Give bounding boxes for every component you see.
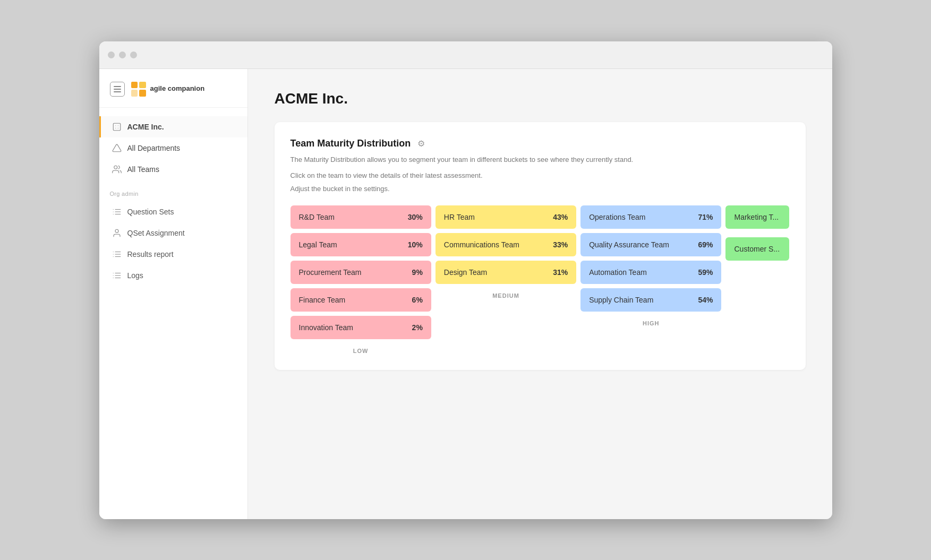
sidebar-item-question-sets[interactable]: Question Sets <box>99 201 247 222</box>
team-card-legal[interactable]: Legal Team 10% <box>291 233 431 256</box>
team-card-supply-chain[interactable]: Supply Chain Team 54% <box>580 288 721 312</box>
sidebar-toggle-button[interactable] <box>110 82 125 97</box>
team-name: Design Team <box>444 268 487 277</box>
column-label-high: HIGH <box>580 318 721 326</box>
team-card-finance[interactable]: Finance Team 6% <box>291 288 431 312</box>
sidebar-item-departments[interactable]: All Departments <box>99 137 247 159</box>
team-name: R&D Team <box>299 213 335 221</box>
card-title: Team Maturity Distribution <box>291 138 411 149</box>
team-pct: 9% <box>412 268 423 277</box>
list-icon <box>112 206 122 217</box>
logs-icon <box>112 270 122 281</box>
app-window: agile companion ACME Inc. All Department… <box>99 41 832 519</box>
main-content: ACME Inc. Team Maturity Distribution ⚙ T… <box>248 69 832 519</box>
maturity-distribution-card: Team Maturity Distribution ⚙ The Maturit… <box>275 122 806 371</box>
sidebar-header: agile companion <box>99 69 247 108</box>
team-pct: 54% <box>698 296 713 304</box>
card-description: The Maturity Distribution allows you to … <box>291 154 790 166</box>
team-pct: 69% <box>698 240 713 249</box>
team-pct: 2% <box>412 323 423 332</box>
sidebar-item-teams[interactable]: All Teams <box>99 159 247 180</box>
svg-point-8 <box>115 229 118 232</box>
team-pct: 71% <box>698 213 713 221</box>
column-low: R&D Team 30% Legal Team 10% Procurement … <box>291 205 431 354</box>
sidebar-item-results-report[interactable]: Results report <box>99 244 247 265</box>
team-card-operations[interactable]: Operations Team 71% <box>580 205 721 229</box>
sidebar: agile companion ACME Inc. All Department… <box>99 69 248 519</box>
sidebar-section-org-admin: Org admin <box>99 180 247 201</box>
team-card-hr[interactable]: HR Team 43% <box>435 205 576 229</box>
people-icon <box>112 164 122 175</box>
team-card-communications[interactable]: Communications Team 33% <box>435 233 576 256</box>
sidebar-item-departments-label: All Departments <box>127 144 181 152</box>
team-name: HR Team <box>444 213 475 221</box>
card-title-row: Team Maturity Distribution ⚙ <box>291 138 790 149</box>
team-card-marketing[interactable]: Marketing T... <box>725 205 789 229</box>
logo-cell-3 <box>131 90 138 97</box>
sidebar-item-acme-label: ACME Inc. <box>127 123 164 131</box>
team-card-procurement[interactable]: Procurement Team 9% <box>291 261 431 284</box>
team-pct: 30% <box>408 213 423 221</box>
team-name: Operations Team <box>589 213 645 221</box>
team-name: Quality Assurance Team <box>589 240 669 249</box>
card-header: Team Maturity Distribution ⚙ The Maturit… <box>291 138 790 193</box>
sidebar-item-acme[interactable]: ACME Inc. <box>99 116 247 137</box>
team-name: Legal Team <box>299 240 337 249</box>
minimize-dot <box>119 51 126 58</box>
logo-icon <box>131 82 146 97</box>
toggle-icon <box>114 86 121 92</box>
settings-gear-icon[interactable]: ⚙ <box>416 138 426 149</box>
window-controls <box>108 51 137 58</box>
team-name: Communications Team <box>444 240 519 249</box>
team-name: Marketing T... <box>734 213 779 221</box>
team-card-customer[interactable]: Customer S... <box>725 237 789 261</box>
sidebar-item-qset-assignment-label: QSet Assignment <box>127 229 185 237</box>
user-assign-icon <box>112 228 122 238</box>
sidebar-item-logs[interactable]: Logs <box>99 265 247 286</box>
team-card-innovation[interactable]: Innovation Team 2% <box>291 316 431 339</box>
logo-cell-2 <box>139 82 146 89</box>
team-card-design[interactable]: Design Team 31% <box>435 261 576 284</box>
titlebar <box>99 41 832 69</box>
app-body: agile companion ACME Inc. All Department… <box>99 69 832 519</box>
team-pct: 10% <box>408 240 423 249</box>
team-name: Supply Chain Team <box>589 296 653 304</box>
sidebar-item-qset-assignment[interactable]: QSet Assignment <box>99 222 247 244</box>
card-note: Click on the team to view the details of… <box>291 171 790 179</box>
logo: agile companion <box>131 82 205 97</box>
team-card-qa[interactable]: Quality Assurance Team 69% <box>580 233 721 256</box>
page-title: ACME Inc. <box>275 90 806 107</box>
team-card-rd[interactable]: R&D Team 30% <box>291 205 431 229</box>
logo-text: agile companion <box>150 84 205 93</box>
svg-rect-0 <box>113 123 121 131</box>
sidebar-item-question-sets-label: Question Sets <box>127 208 174 216</box>
maturity-distribution-grid: R&D Team 30% Legal Team 10% Procurement … <box>291 205 790 354</box>
maximize-dot <box>130 51 137 58</box>
column-label-very-high <box>725 352 789 354</box>
logo-cell-1 <box>131 82 138 89</box>
svg-point-1 <box>114 166 117 169</box>
column-medium: HR Team 43% Communications Team 33% Desi… <box>435 205 576 354</box>
column-label-low: LOW <box>291 346 431 354</box>
column-very-high: Marketing T... Customer S... <box>725 205 789 354</box>
column-label-medium: MEDIUM <box>435 290 576 299</box>
sidebar-item-teams-label: All Teams <box>127 165 159 174</box>
team-pct: 6% <box>412 296 423 304</box>
close-dot <box>108 51 115 58</box>
column-high: Operations Team 71% Quality Assurance Te… <box>580 205 721 354</box>
team-name: Automation Team <box>589 268 647 277</box>
building-icon <box>112 122 122 132</box>
team-name: Finance Team <box>299 296 346 304</box>
card-hint: Adjust the bucket in the settings. <box>291 185 790 193</box>
sidebar-item-logs-label: Logs <box>127 271 143 280</box>
team-card-automation[interactable]: Automation Team 59% <box>580 261 721 284</box>
team-pct: 33% <box>553 240 568 249</box>
sidebar-item-results-report-label: Results report <box>127 250 174 259</box>
team-name: Procurement Team <box>299 268 362 277</box>
team-name: Customer S... <box>734 245 780 253</box>
logo-cell-4 <box>139 90 146 97</box>
triangle-icon <box>112 143 122 153</box>
team-name: Innovation Team <box>299 323 353 332</box>
sidebar-admin-nav: Question Sets QSet Assignment <box>99 201 247 286</box>
sidebar-nav: ACME Inc. All Departments All Teams Or <box>99 108 247 519</box>
